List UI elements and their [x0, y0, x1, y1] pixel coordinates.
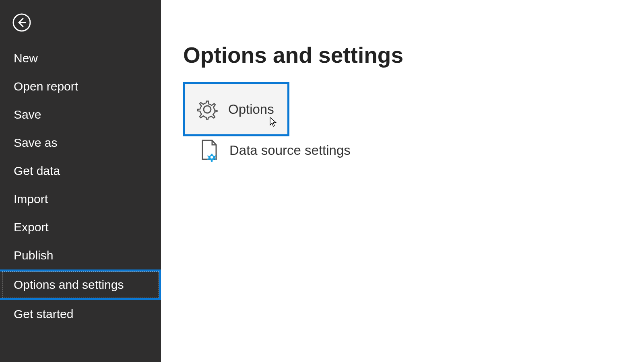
- sidebar-item-get-data[interactable]: Get data: [0, 157, 161, 185]
- sidebar-item-save[interactable]: Save: [0, 101, 161, 129]
- sidebar-divider: [14, 330, 147, 330]
- sidebar: New Open report Save Save as Get data Im…: [0, 0, 161, 362]
- sidebar-item-new[interactable]: New: [0, 44, 161, 72]
- sidebar-item-save-as[interactable]: Save as: [0, 129, 161, 157]
- back-arrow-icon: [12, 13, 31, 32]
- data-source-settings-label: Data source settings: [229, 143, 351, 158]
- sidebar-item-options-and-settings[interactable]: Options and settings: [0, 269, 161, 300]
- cursor-icon: [270, 117, 277, 127]
- back-button[interactable]: [12, 13, 31, 32]
- svg-point-2: [204, 106, 211, 113]
- options-label: Options: [228, 102, 274, 117]
- sidebar-item-export[interactable]: Export: [0, 213, 161, 241]
- main-content: Options and settings Options: [161, 0, 644, 362]
- sidebar-item-open-report[interactable]: Open report: [0, 72, 161, 101]
- svg-point-4: [211, 156, 213, 158]
- data-source-settings-item[interactable]: Data source settings: [199, 140, 644, 161]
- gear-icon: [196, 99, 218, 120]
- document-gear-icon: [199, 140, 219, 161]
- sidebar-item-get-started[interactable]: Get started: [0, 300, 161, 328]
- sidebar-item-import[interactable]: Import: [0, 185, 161, 213]
- options-tile[interactable]: Options: [183, 82, 289, 136]
- sidebar-item-publish[interactable]: Publish: [0, 241, 161, 269]
- page-title: Options and settings: [183, 42, 644, 68]
